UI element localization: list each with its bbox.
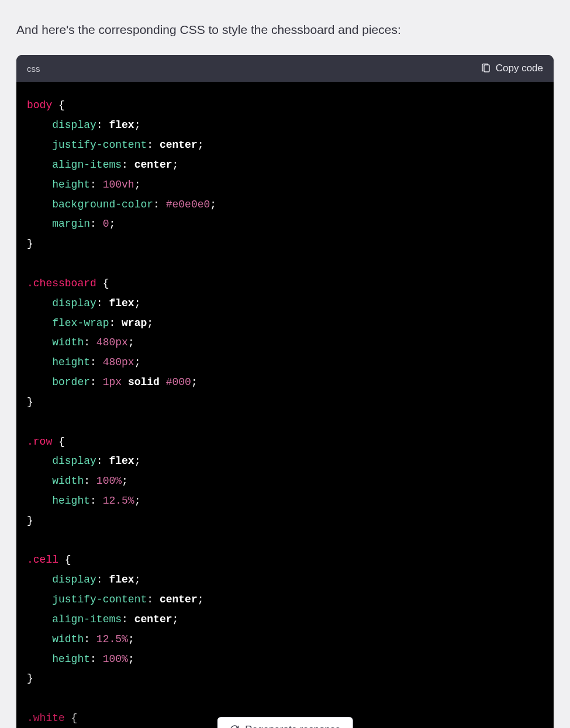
code-block: css Copy code body { display: flex; just… — [16, 55, 554, 728]
code-header: css Copy code — [16, 55, 554, 82]
svg-rect-0 — [484, 65, 489, 72]
copy-code-label: Copy code — [496, 63, 543, 74]
code-content: body { display: flex; justify-content: c… — [27, 96, 543, 728]
copy-code-button[interactable]: Copy code — [481, 63, 543, 74]
chat-message: And here's the corresponding CSS to styl… — [0, 0, 570, 728]
language-label: css — [27, 64, 40, 74]
code-body: body { display: flex; justify-content: c… — [16, 82, 554, 728]
intro-paragraph: And here's the corresponding CSS to styl… — [16, 21, 554, 39]
regenerate-label: Regenerate response — [245, 724, 341, 728]
clipboard-icon — [481, 63, 491, 74]
regenerate-response-button[interactable]: Regenerate response — [217, 717, 353, 728]
refresh-icon — [229, 724, 239, 728]
